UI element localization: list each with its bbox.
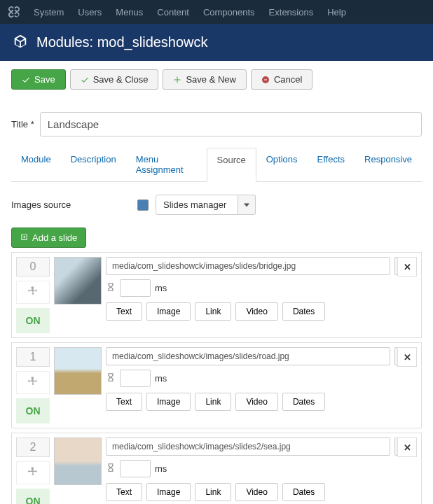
slide-link-button[interactable]: Link — [195, 483, 231, 501]
slide-video-button[interactable]: Video — [235, 483, 277, 501]
slide-video-button[interactable]: Video — [235, 393, 277, 411]
slide-path-input[interactable] — [106, 438, 390, 456]
remove-slide-button[interactable]: ✕ — [397, 438, 417, 457]
slide-video-button[interactable]: Video — [235, 302, 277, 321]
tab-responsive[interactable]: Responsive — [355, 148, 422, 181]
slide-row: 1 ON ms TextImageLinkVideoDates — [11, 342, 422, 428]
slide-status[interactable]: ON — [16, 489, 50, 504]
cancel-button[interactable]: Cancel — [251, 69, 312, 90]
page-title: Modules: mod_slideshowck — [36, 34, 208, 50]
check-icon — [22, 76, 30, 84]
top-nav: System Users Menus Content Components Ex… — [0, 0, 433, 24]
source-select[interactable]: Slides manager — [156, 195, 256, 215]
tab-menu-assignment[interactable]: Menu Assignment — [126, 148, 207, 181]
move-icon[interactable] — [16, 371, 50, 394]
nav-components[interactable]: Components — [196, 7, 262, 18]
slide-link-button[interactable]: Link — [195, 393, 231, 411]
slide-link-button[interactable]: Link — [195, 302, 231, 321]
slide-time-input[interactable] — [120, 279, 151, 297]
tabs: Module Description Menu Assignment Sourc… — [11, 148, 422, 182]
plus-box-icon — [20, 232, 28, 243]
slide-text-button[interactable]: Text — [106, 483, 142, 501]
slide-row: 0 ON ms TextImageLinkVideoDates — [11, 252, 422, 338]
slide-image-button[interactable]: Image — [146, 302, 191, 321]
slide-status[interactable]: ON — [16, 308, 50, 333]
slide-thumbnail — [54, 438, 102, 485]
nav-system[interactable]: System — [27, 7, 71, 18]
slide-text-button[interactable]: Text — [106, 302, 142, 321]
slide-index: 1 — [16, 347, 50, 367]
slide-text-button[interactable]: Text — [106, 393, 142, 411]
slide-dates-button[interactable]: Dates — [282, 393, 325, 411]
slide-time-input[interactable] — [120, 460, 151, 477]
nav-menus[interactable]: Menus — [109, 7, 150, 18]
move-icon[interactable] — [16, 461, 50, 484]
source-select-value: Slides manager — [156, 195, 238, 215]
caret-down-icon[interactable] — [238, 195, 256, 215]
nav-extensions[interactable]: Extensions — [262, 7, 321, 18]
time-unit: ms — [155, 463, 167, 474]
save-close-button[interactable]: Save & Close — [70, 69, 159, 90]
hourglass-icon — [106, 372, 116, 384]
slide-row: 2 ON ms TextImageLinkVideoDates — [11, 433, 422, 504]
slide-dates-button[interactable]: Dates — [282, 483, 325, 501]
slide-index: 2 — [16, 438, 50, 457]
slide-path-input[interactable] — [106, 257, 390, 275]
cube-icon — [13, 34, 28, 51]
slide-path-input[interactable] — [106, 347, 390, 365]
add-slide-button-top[interactable]: Add a slide — [11, 227, 86, 248]
move-icon[interactable] — [16, 281, 50, 304]
save-button[interactable]: Save — [11, 69, 66, 90]
plus-icon — [173, 76, 181, 84]
tab-source[interactable]: Source — [207, 148, 256, 182]
tab-module[interactable]: Module — [11, 148, 61, 181]
title-row: Title * — [11, 112, 422, 136]
cancel-icon — [261, 76, 270, 84]
slide-image-button[interactable]: Image — [146, 393, 191, 411]
slide-dates-button[interactable]: Dates — [282, 302, 325, 321]
tab-options[interactable]: Options — [256, 148, 308, 181]
slide-status[interactable]: ON — [16, 398, 50, 424]
source-row: Images source Slides manager — [11, 195, 422, 215]
tab-description[interactable]: Description — [61, 148, 126, 181]
nav-content[interactable]: Content — [150, 7, 196, 18]
time-unit: ms — [155, 373, 167, 384]
nav-users[interactable]: Users — [71, 7, 109, 18]
toolbar: Save Save & Close Save & New Cancel — [0, 61, 433, 98]
slide-thumbnail — [54, 347, 102, 395]
remove-slide-button[interactable]: ✕ — [397, 347, 417, 367]
remove-slide-button[interactable]: ✕ — [397, 257, 417, 276]
slide-image-button[interactable]: Image — [146, 483, 191, 501]
time-unit: ms — [155, 283, 167, 293]
slide-index: 0 — [16, 257, 50, 276]
slide-time-input[interactable] — [120, 370, 151, 387]
images-source-label: Images source — [11, 200, 130, 210]
tab-effects[interactable]: Effects — [308, 148, 355, 181]
nav-help[interactable]: Help — [320, 7, 353, 18]
title-input[interactable] — [40, 112, 422, 136]
save-new-button[interactable]: Save & New — [163, 69, 247, 90]
slide-thumbnail — [54, 257, 102, 304]
hourglass-icon — [106, 463, 116, 475]
check-icon — [81, 76, 89, 84]
page-header: Modules: mod_slideshowck — [0, 24, 433, 61]
hourglass-icon — [106, 282, 116, 294]
title-label: Title * — [11, 119, 34, 130]
slides-manager-icon — [137, 200, 149, 211]
joomla-logo-icon — [7, 5, 21, 19]
